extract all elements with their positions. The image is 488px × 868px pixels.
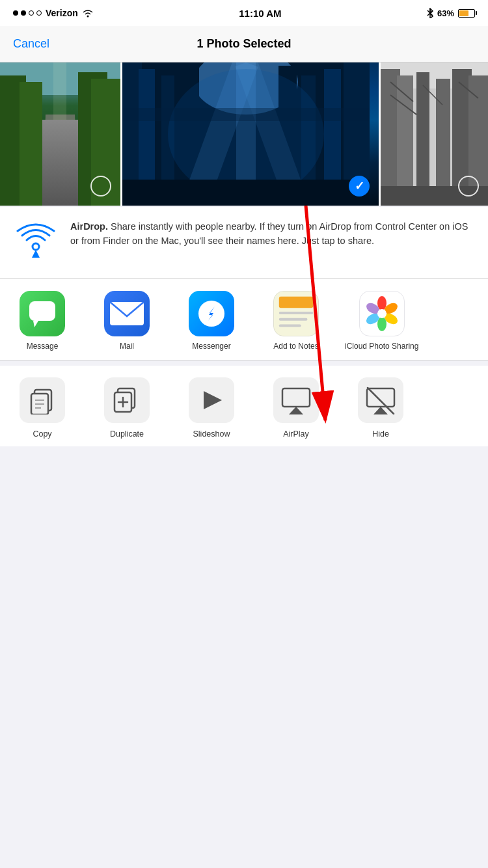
- duplicate-icon-box[interactable]: [104, 377, 150, 423]
- wifi-icon: [82, 8, 94, 18]
- share-app-message[interactable]: Message: [0, 291, 85, 352]
- battery-icon: [458, 9, 475, 18]
- action-airplay[interactable]: AirPlay: [254, 377, 338, 439]
- airplay-icon: [281, 386, 311, 414]
- messenger-icon[interactable]: [189, 291, 234, 336]
- action-copy[interactable]: Copy: [0, 377, 85, 439]
- hide-icon: [366, 386, 396, 414]
- svg-marker-45: [33, 321, 38, 327]
- nav-bar: Cancel 1 Photo Selected: [0, 26, 488, 62]
- share-apps-row: Message Mail Messenger: [0, 279, 488, 360]
- svg-rect-71: [282, 388, 310, 407]
- clock: 11:10 AM: [239, 8, 281, 19]
- bluetooth-icon: [427, 8, 433, 18]
- action-duplicate[interactable]: Duplicate: [85, 377, 169, 439]
- action-slideshow[interactable]: Slideshow: [169, 377, 254, 439]
- icloud-label: iCloud Photo Sharing: [345, 342, 418, 352]
- airplay-icon-box[interactable]: [273, 377, 319, 423]
- share-app-messenger[interactable]: Messenger: [169, 291, 254, 352]
- svg-point-0: [87, 16, 88, 18]
- status-bar: Verizon 11:10 AM 63%: [0, 0, 488, 26]
- svg-marker-74: [373, 407, 388, 414]
- svg-rect-49: [279, 297, 313, 308]
- svg-rect-52: [279, 325, 301, 327]
- signal-dots: [13, 10, 42, 16]
- carrier-label: Verizon: [46, 8, 78, 18]
- notes-icon[interactable]: [273, 291, 319, 336]
- battery-percentage: 63%: [437, 8, 454, 18]
- checkmark: ✓: [355, 180, 364, 192]
- slideshow-icon: [197, 386, 226, 414]
- slideshow-icon-box[interactable]: [189, 377, 234, 423]
- selection-circle-2[interactable]: ✓: [349, 176, 370, 197]
- copy-icon: [29, 386, 55, 414]
- airdrop-title: AirDrop.: [70, 221, 108, 232]
- airdrop-description: AirDrop. Share instantly with people nea…: [70, 220, 475, 249]
- svg-rect-50: [279, 312, 313, 314]
- svg-rect-44: [29, 301, 55, 321]
- hide-icon-box[interactable]: [358, 377, 403, 423]
- photo-thumb-3[interactable]: [381, 62, 488, 206]
- share-app-icloud[interactable]: iCloud Photo Sharing: [338, 291, 425, 352]
- notes-label: Add to Notes: [273, 342, 318, 352]
- dot4: [36, 10, 42, 16]
- duplicate-icon: [113, 386, 141, 414]
- svg-marker-72: [289, 407, 303, 414]
- dot3: [29, 10, 34, 16]
- airdrop-body: Share instantly with people nearby. If t…: [70, 221, 468, 246]
- dot2: [21, 10, 26, 16]
- airplay-label: AirPlay: [283, 429, 309, 439]
- svg-marker-43: [32, 250, 40, 258]
- copy-icon-box[interactable]: [20, 377, 65, 423]
- selection-circle-1[interactable]: [90, 176, 111, 197]
- mail-label: Mail: [120, 342, 134, 352]
- slideshow-label: Slideshow: [193, 429, 230, 439]
- svg-rect-51: [279, 318, 308, 321]
- cancel-button[interactable]: Cancel: [13, 37, 49, 51]
- share-app-mail[interactable]: Mail: [85, 291, 169, 352]
- photo-strip: ✓: [0, 62, 488, 206]
- mail-icon[interactable]: [104, 291, 150, 336]
- selection-circle-3[interactable]: [458, 176, 479, 197]
- status-left: Verizon: [13, 8, 94, 18]
- photo-thumb-1[interactable]: [0, 62, 120, 206]
- messenger-label: Messenger: [192, 342, 230, 352]
- svg-marker-70: [204, 391, 222, 409]
- svg-point-60: [377, 309, 386, 318]
- nav-title: 1 Photo Selected: [197, 37, 291, 51]
- svg-marker-7: [52, 134, 68, 206]
- icloud-icon[interactable]: [359, 291, 405, 336]
- svg-rect-25: [122, 180, 370, 206]
- duplicate-label: Duplicate: [110, 429, 144, 439]
- airdrop-section: AirDrop. Share instantly with people nea…: [0, 207, 488, 279]
- message-icon[interactable]: [20, 291, 65, 336]
- message-label: Message: [27, 342, 59, 352]
- photo-thumb-2[interactable]: ✓: [120, 62, 381, 206]
- airdrop-icon: [13, 220, 59, 265]
- hide-label: Hide: [372, 429, 389, 439]
- dot1: [13, 10, 18, 16]
- svg-point-42: [33, 243, 39, 250]
- photo2-bg: [122, 62, 379, 206]
- action-row: Copy Duplicate Slideshow: [0, 366, 488, 446]
- battery-fill: [459, 10, 468, 16]
- svg-marker-6: [42, 115, 78, 206]
- status-right: 63%: [427, 8, 475, 18]
- share-app-notes[interactable]: Add to Notes: [254, 291, 338, 352]
- copy-label: Copy: [33, 429, 51, 439]
- action-hide[interactable]: Hide: [338, 377, 423, 439]
